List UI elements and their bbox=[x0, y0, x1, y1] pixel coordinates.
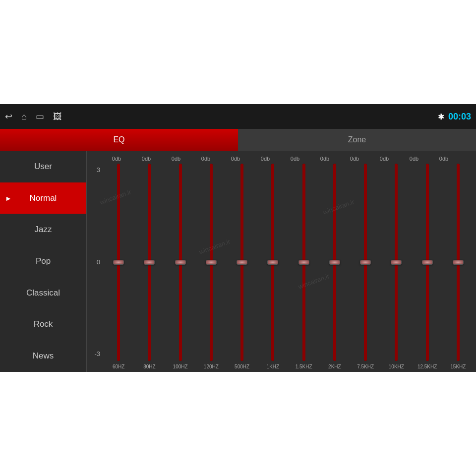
slider-track-10KHZ[interactable] bbox=[395, 164, 398, 361]
slider-col-10KHZ: 10KHZ bbox=[381, 164, 412, 369]
slider-freq-label-120HZ: 120HZ bbox=[204, 364, 219, 369]
slider-col-2KHZ: 2KHZ bbox=[319, 164, 350, 369]
time-display: 00:03 bbox=[448, 112, 471, 122]
eq-db-label-1KHZ: 0db bbox=[253, 156, 278, 162]
slider-thumb-500HZ[interactable] bbox=[237, 260, 247, 265]
eq-db-label-120HZ: 0db bbox=[193, 156, 218, 162]
slider-freq-label-10KHZ: 10KHZ bbox=[389, 364, 404, 369]
slider-track-1KHZ[interactable] bbox=[271, 164, 274, 361]
home-icon[interactable]: ⌂ bbox=[21, 112, 27, 122]
slider-col-1.5KHZ: 1.5KHZ bbox=[289, 164, 319, 369]
slider-freq-label-60HZ: 60HZ bbox=[113, 364, 124, 369]
slider-thumb-120HZ[interactable] bbox=[206, 260, 217, 265]
slider-track-60HZ[interactable] bbox=[117, 164, 120, 361]
slider-col-500HZ: 500HZ bbox=[227, 164, 257, 369]
slider-col-12.5KHZ: 12.5KHZ bbox=[412, 164, 443, 369]
sidebar-item-rock[interactable]: Rock bbox=[0, 309, 86, 341]
slider-thumb-60HZ[interactable] bbox=[113, 260, 124, 265]
sidebar-item-classical[interactable]: Classical bbox=[0, 277, 86, 309]
slider-thumb-1.5KHZ[interactable] bbox=[298, 260, 309, 265]
slider-col-60HZ: 60HZ bbox=[103, 164, 134, 369]
eq-db-label-60HZ: 0db bbox=[104, 156, 129, 162]
slider-track-2KHZ[interactable] bbox=[333, 164, 336, 361]
sidebar-item-jazz[interactable]: Jazz bbox=[0, 214, 86, 245]
slider-track-80HZ[interactable] bbox=[148, 164, 151, 361]
slider-track-12.5KHZ[interactable] bbox=[426, 164, 429, 361]
slider-col-15KHZ: 15KHZ bbox=[443, 164, 474, 369]
slider-thumb-100HZ[interactable] bbox=[175, 260, 186, 265]
sidebar-item-news[interactable]: News bbox=[0, 340, 86, 372]
eq-db-label-2KHZ: 0db bbox=[312, 156, 337, 162]
slider-col-80HZ: 80HZ bbox=[134, 164, 165, 369]
slider-freq-label-100HZ: 100HZ bbox=[173, 364, 188, 369]
slider-track-1.5KHZ[interactable] bbox=[302, 164, 305, 361]
sidebar: User ► Normal Jazz Pop Classical Rock Ne… bbox=[0, 151, 87, 372]
slider-freq-label-500HZ: 500HZ bbox=[235, 364, 249, 369]
slider-thumb-15KHZ[interactable] bbox=[453, 260, 464, 265]
slider-col-120HZ: 120HZ bbox=[196, 164, 227, 369]
slider-freq-label-7.5KHZ: 7.5KHZ bbox=[357, 364, 374, 369]
eq-scale: 3 0 -3 bbox=[89, 164, 103, 369]
tab-eq[interactable]: EQ bbox=[0, 129, 238, 151]
tab-zone[interactable]: Zone bbox=[238, 129, 476, 151]
eq-db-label-10KHZ: 0db bbox=[372, 156, 397, 162]
slider-thumb-1KHZ[interactable] bbox=[267, 260, 278, 265]
eq-db-label-80HZ: 0db bbox=[134, 156, 159, 162]
eq-panel: 0db0db0db0db0db0db0db0db0db0db0db0db 3 0… bbox=[87, 151, 476, 372]
slider-track-500HZ[interactable] bbox=[240, 164, 243, 361]
slider-track-100HZ[interactable] bbox=[179, 164, 182, 361]
eq-db-label-1.5KHZ: 0db bbox=[283, 156, 307, 162]
slider-freq-label-12.5KHZ: 12.5KHZ bbox=[417, 364, 437, 369]
eq-db-label-100HZ: 0db bbox=[164, 156, 188, 162]
slider-freq-label-2KHZ: 2KHZ bbox=[328, 364, 341, 369]
slider-freq-label-1.5KHZ: 1.5KHZ bbox=[296, 364, 312, 369]
slider-freq-label-80HZ: 80HZ bbox=[143, 364, 155, 369]
screen-icon[interactable]: ▭ bbox=[36, 111, 44, 122]
tabbar: EQ Zone bbox=[0, 129, 476, 151]
slider-thumb-12.5KHZ[interactable] bbox=[422, 260, 433, 265]
eq-db-label-500HZ: 0db bbox=[223, 156, 248, 162]
slider-freq-label-1KHZ: 1KHZ bbox=[267, 364, 280, 369]
slider-col-1KHZ: 1KHZ bbox=[257, 164, 288, 369]
topbar-left: ↩ ⌂ ▭ 🖼 bbox=[5, 111, 62, 122]
eq-db-label-12.5KHZ: 0db bbox=[402, 156, 426, 162]
slider-track-15KHZ[interactable] bbox=[457, 164, 460, 361]
eq-db-label-15KHZ: 0db bbox=[431, 156, 456, 162]
image-icon[interactable]: 🖼 bbox=[53, 112, 62, 122]
back-icon[interactable]: ↩ bbox=[5, 111, 12, 122]
slider-col-100HZ: 100HZ bbox=[165, 164, 196, 369]
bluetooth-icon: ✱ bbox=[438, 112, 444, 121]
slider-track-120HZ[interactable] bbox=[210, 164, 213, 361]
topbar-right: ✱ 00:03 bbox=[438, 112, 471, 122]
slider-freq-label-15KHZ: 15KHZ bbox=[450, 364, 466, 369]
slider-thumb-2KHZ[interactable] bbox=[329, 260, 340, 265]
slider-track-7.5KHZ[interactable] bbox=[364, 164, 367, 361]
main-content: User ► Normal Jazz Pop Classical Rock Ne… bbox=[0, 151, 476, 372]
eq-db-labels: 0db0db0db0db0db0db0db0db0db0db0db0db bbox=[89, 156, 474, 162]
topbar: ↩ ⌂ ▭ 🖼 ✱ 00:03 bbox=[0, 104, 476, 129]
slider-col-7.5KHZ: 7.5KHZ bbox=[350, 164, 381, 369]
sidebar-item-pop[interactable]: Pop bbox=[0, 245, 86, 277]
slider-thumb-80HZ[interactable] bbox=[144, 260, 155, 265]
sidebar-item-normal[interactable]: ► Normal bbox=[0, 182, 86, 214]
slider-thumb-7.5KHZ[interactable] bbox=[360, 260, 371, 265]
eq-sliders: 60HZ80HZ100HZ120HZ500HZ1KHZ1.5KHZ2KHZ7.5… bbox=[103, 164, 474, 369]
slider-thumb-10KHZ[interactable] bbox=[391, 260, 402, 265]
sidebar-item-user[interactable]: User bbox=[0, 151, 86, 182]
eq-content: 3 0 -3 60HZ80HZ100HZ120HZ500HZ1KHZ1.5KHZ… bbox=[89, 164, 474, 369]
play-arrow-icon: ► bbox=[5, 194, 12, 202]
eq-db-label-7.5KHZ: 0db bbox=[342, 156, 367, 162]
